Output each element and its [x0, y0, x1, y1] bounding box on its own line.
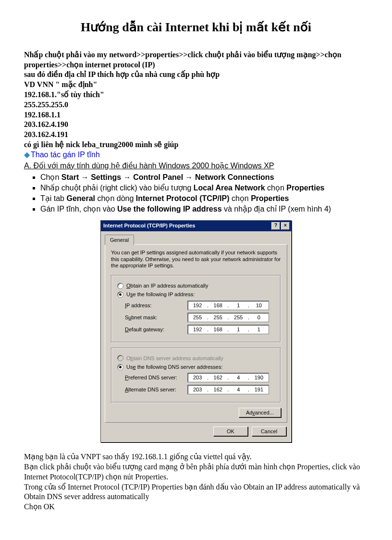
- gateway-input[interactable]: 192.168.1.1: [187, 325, 269, 334]
- tabstrip: General: [101, 231, 291, 244]
- tab-panel: You can get IP settings assigned automat…: [105, 244, 287, 423]
- preferred-dns-label: Preferred DNS server:: [125, 374, 187, 381]
- intro-line: có gì liên hệ nick leba_trung2000 mình s…: [24, 140, 368, 150]
- close-button[interactable]: ×: [281, 222, 290, 230]
- intro-line: 192.168.1.1: [24, 110, 368, 120]
- steps-list: Chọn Start → Settings → Control Panel → …: [40, 173, 368, 214]
- radio-use-dns[interactable]: Use the following DNS server addresses:: [117, 364, 275, 370]
- radio-use-ip[interactable]: Use the following IP address:: [117, 291, 275, 298]
- dialog-title: Internet Protocol (TCP/IP) Properties: [103, 222, 195, 229]
- step-item: Gán IP tĩnh, chọn vào Use the following …: [40, 204, 368, 214]
- bottom-text: Mạng bạn là của VNPT sao thấy 192.168.1.…: [24, 452, 368, 512]
- ok-button[interactable]: OK: [213, 427, 248, 436]
- step-bold: General: [66, 194, 95, 202]
- dialog-titlebar: Internet Protocol (TCP/IP) Properties ? …: [101, 221, 291, 231]
- ip-address-input[interactable]: 192.168.1.10: [187, 301, 269, 310]
- ip-settings-group: Obtain an IP address automatically Use t…: [111, 275, 281, 343]
- step-bold: Settings: [91, 173, 121, 181]
- step-bold: Control Panel: [133, 173, 183, 181]
- intro-line: 192.168.1."số tùy thích": [24, 90, 368, 100]
- radio-icon: [117, 291, 123, 298]
- bottom-line: Trong cửa sổ Internet Protocol (TCP/IP) …: [24, 482, 368, 502]
- intro-line: VD VNN " mặc định": [24, 80, 368, 90]
- arrow-icon: ◆: [24, 151, 30, 159]
- bottom-line: Chọn OK: [24, 502, 368, 512]
- section-title: Thao tác gán IP tĩnh: [31, 151, 100, 159]
- alternate-dns-label: Alternate DNS server:: [125, 386, 187, 393]
- intro-line: Nhấp chuột phải vào my netword>>properti…: [24, 50, 368, 70]
- step-text: Chọn: [40, 173, 61, 181]
- intro-block: Nhấp chuột phải vào my netword>>properti…: [24, 50, 368, 150]
- radio-icon: [117, 364, 123, 370]
- step-item: Tại tab General chọn dòng Internet Proto…: [40, 194, 368, 204]
- bottom-line: Bạn click phải chuột vào biểu tượng card…: [24, 462, 368, 482]
- step-text: Gán IP tĩnh, chọn vào: [40, 205, 117, 213]
- step-bold: Network Connections: [195, 173, 274, 181]
- step-bold: Start: [61, 173, 79, 181]
- radio-label: Obtain an IP address automatically: [126, 282, 208, 289]
- intro-line: sau đó điền địa chỉ IP thích hợp của nhà…: [24, 70, 368, 80]
- step-bold: Properties: [251, 194, 289, 202]
- radio-label: Use the following DNS server addresses:: [126, 364, 223, 370]
- alternate-dns-input[interactable]: 203.162.4.191: [187, 385, 269, 394]
- radio-obtain-dns: Obtain DNS server address automatically: [117, 355, 275, 362]
- intro-line: 203.162.4.190: [24, 120, 368, 130]
- step-item: Chọn Start → Settings → Control Panel → …: [40, 173, 368, 183]
- step-bold: Local Area Network: [194, 184, 265, 192]
- subnet-mask-input[interactable]: 255.255.255.0: [187, 313, 269, 322]
- tab-general[interactable]: General: [105, 235, 134, 245]
- step-text: chọn: [229, 194, 251, 202]
- ip-address-label: IP address:: [125, 302, 187, 309]
- radio-label: Obtain DNS server address automatically: [126, 355, 223, 362]
- radio-icon: [117, 283, 123, 289]
- section-marker: ◆Thao tác gán IP tĩnh: [24, 150, 368, 160]
- page-title: Hướng dẫn cài Internet khi bị mất kết nố…: [24, 19, 368, 36]
- step-text: và nhập địa chỉ IP (xem hình 4): [222, 205, 331, 213]
- step-text: chọn dòng: [95, 194, 136, 202]
- step-bold: Use the following IP address: [117, 205, 222, 213]
- tcpip-properties-dialog: Internet Protocol (TCP/IP) Properties ? …: [100, 220, 292, 443]
- dns-settings-group: Obtain DNS server address automatically …: [111, 348, 281, 403]
- intro-line: 203.162.4.191: [24, 130, 368, 140]
- preferred-dns-input[interactable]: 203.162.4.190: [187, 373, 269, 382]
- step-text: chọn: [265, 184, 287, 192]
- dialog-description: You can get IP settings assigned automat…: [111, 250, 281, 269]
- radio-icon: [117, 355, 123, 361]
- step-bold: Internet Protocol (TCP/IP): [136, 194, 230, 202]
- step-bold: Properties: [286, 184, 324, 192]
- help-button[interactable]: ?: [271, 222, 280, 230]
- radio-obtain-ip[interactable]: Obtain an IP address automatically: [117, 282, 275, 289]
- advanced-button[interactable]: Advanced...: [239, 408, 281, 417]
- step-text: Nhấp chuột phải (right click) vào biểu t…: [40, 184, 194, 192]
- cancel-button[interactable]: Cancel: [252, 427, 286, 436]
- step-text: Tại tab: [40, 194, 66, 202]
- bottom-line: Mạng bạn là của VNPT sao thấy 192.168.1.…: [24, 452, 368, 462]
- subheading-a: A. Đối với máy tính dùng hệ điều hành Wi…: [24, 161, 368, 171]
- gateway-label: Default gateway:: [125, 326, 187, 333]
- subnet-mask-label: Subnet mask:: [125, 314, 187, 321]
- radio-label: Use the following IP address:: [126, 291, 195, 298]
- intro-line: 255.255.255.0: [24, 100, 368, 110]
- step-item: Nhấp chuột phải (right click) vào biểu t…: [40, 183, 368, 193]
